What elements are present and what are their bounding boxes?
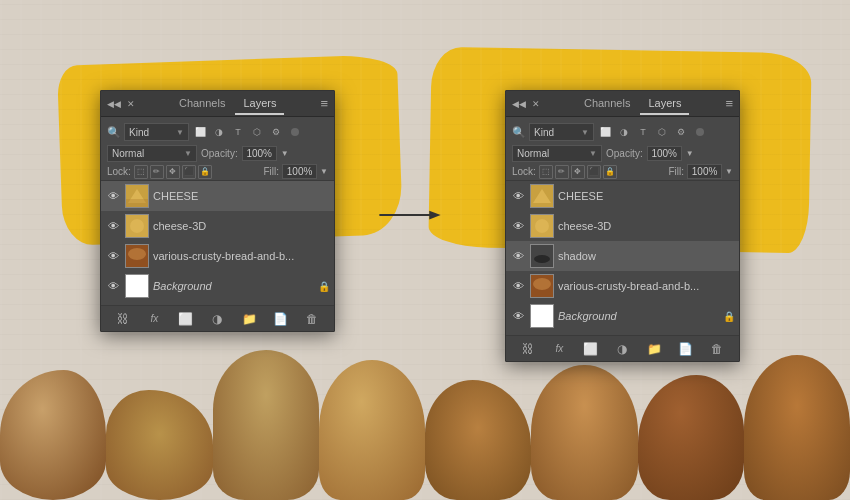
left-lock-transparent-icon[interactable]: ⬚ [134,165,148,179]
right-filter-icons: ⬜ ◑ T ⬡ ⚙ [597,124,689,140]
bread-5 [425,380,531,500]
right-toolbar-new-layer-icon[interactable]: 📄 [676,339,696,359]
left-lock-pixels-icon[interactable]: ✏ [150,165,164,179]
right-layer-cheese[interactable]: 👁 CHEESE [506,181,739,211]
left-kind-chevron: ▼ [176,128,184,137]
right-tab-channels[interactable]: Channels [576,93,638,115]
left-fill-chevron: ▼ [320,167,328,176]
right-eye-cheese3d[interactable]: 👁 [510,218,526,234]
left-layer-cheese3d[interactable]: 👁 cheese-3D [101,211,334,241]
left-panel-header: ◀◀ ✕ Channels Layers ≡ [101,91,334,117]
right-eye-bread[interactable]: 👁 [510,278,526,294]
left-collapse-icon[interactable]: ◀◀ [107,99,121,109]
right-layer-bread[interactable]: 👁 various-crusty-bread-and-b... [506,271,739,301]
left-tab-channels[interactable]: Channels [171,93,233,115]
left-layer-bread-name: various-crusty-bread-and-b... [153,250,330,262]
right-blend-chevron: ▼ [589,149,597,158]
left-filter-adjustment-icon[interactable]: ◑ [211,124,227,140]
right-thumb-shadow [530,244,554,268]
left-filter-shape-icon[interactable]: ⬡ [249,124,265,140]
right-toolbar-adjustment-icon[interactable]: ◑ [612,339,632,359]
left-thumb-cheese3d [125,214,149,238]
right-layer-bread-name: various-crusty-bread-and-b... [558,280,735,292]
right-eye-cheese[interactable]: 👁 [510,188,526,204]
right-kind-dropdown[interactable]: Kind ▼ [529,123,594,141]
left-toolbar-adjustment-icon[interactable]: ◑ [207,309,227,329]
left-background-lock-icon: 🔒 [318,281,330,292]
right-thumb-cheese3d [530,214,554,238]
right-collapse-icon[interactable]: ◀◀ [512,99,526,109]
right-layer-background[interactable]: 👁 Background 🔒 [506,301,739,331]
right-toolbar-folder-icon[interactable]: 📁 [644,339,664,359]
left-layer-background[interactable]: 👁 Background 🔒 [101,271,334,301]
right-menu-icon[interactable]: ≡ [725,96,733,111]
bread-row [0,340,850,500]
right-filter-type-icon[interactable]: T [635,124,651,140]
right-toolbar-delete-icon[interactable]: 🗑 [707,339,727,359]
right-layer-cheese3d[interactable]: 👁 cheese-3D [506,211,739,241]
left-filter-smart-icon[interactable]: ⚙ [268,124,284,140]
right-lock-pixels-icon[interactable]: ✏ [555,165,569,179]
left-eye-cheese[interactable]: 👁 [105,188,121,204]
bread-7 [638,375,744,500]
right-thumb-background [530,304,554,328]
right-toolbar-fx-icon[interactable]: fx [549,339,569,359]
left-lock-artboard-icon[interactable]: ⬛ [182,165,196,179]
left-toolbar-new-layer-icon[interactable]: 📄 [271,309,291,329]
right-panel-body: 🔍 Kind ▼ ⬜ ◑ T ⬡ ⚙ Normal ▼ [506,117,739,335]
right-fill-value[interactable]: 100% [687,164,722,179]
left-eye-bread[interactable]: 👁 [105,248,121,264]
left-fill-section: Fill: 100% ▼ [264,164,328,179]
right-layer-shadow[interactable]: 👁 shadow [506,241,739,271]
right-layer-shadow-name: shadow [558,250,735,262]
right-filter-shape-icon[interactable]: ⬡ [654,124,670,140]
right-opacity-value[interactable]: 100% [647,146,682,161]
left-tab-layers[interactable]: Layers [235,93,284,115]
right-toolbar-mask-icon[interactable]: ⬜ [581,339,601,359]
right-eye-background[interactable]: 👁 [510,308,526,324]
left-thumb-bread [125,244,149,268]
right-filter-smart-icon[interactable]: ⚙ [673,124,689,140]
right-filter-adjustment-icon[interactable]: ◑ [616,124,632,140]
svg-point-12 [535,219,549,233]
right-lock-transparent-icon[interactable]: ⬚ [539,165,553,179]
right-background-lock-icon: 🔒 [723,311,735,322]
left-fill-value[interactable]: 100% [282,164,317,179]
left-toolbar-delete-icon[interactable]: 🗑 [302,309,322,329]
right-eye-shadow[interactable]: 👁 [510,248,526,264]
left-toolbar-fx-icon[interactable]: fx [144,309,164,329]
left-toolbar-folder-icon[interactable]: 📁 [239,309,259,329]
left-filter-image-icon[interactable]: ⬜ [192,124,208,140]
left-blend-dropdown[interactable]: Normal ▼ [107,145,197,162]
right-lock-icons: ⬚ ✏ ✥ ⬛ 🔒 [539,165,617,179]
right-thumb-cheese [530,184,554,208]
left-lock-position-icon[interactable]: ✥ [166,165,180,179]
right-lock-artboard-icon[interactable]: ⬛ [587,165,601,179]
left-opacity-value[interactable]: 100% [242,146,277,161]
left-menu-icon[interactable]: ≡ [320,96,328,111]
left-toolbar-mask-icon[interactable]: ⬜ [176,309,196,329]
left-collapse-icons: ◀◀ ✕ [107,99,135,109]
right-blend-dropdown[interactable]: Normal ▼ [512,145,602,162]
right-lock-position-icon[interactable]: ✥ [571,165,585,179]
left-eye-background[interactable]: 👁 [105,278,121,294]
right-close-icon[interactable]: ✕ [532,99,540,109]
right-tab-layers[interactable]: Layers [640,93,689,115]
left-layer-bread[interactable]: 👁 various-crusty-bread-and-b... [101,241,334,271]
right-toolbar-link-icon[interactable]: ⛓ [518,339,538,359]
left-eye-cheese3d[interactable]: 👁 [105,218,121,234]
left-thumb-cheese [125,184,149,208]
left-close-icon[interactable]: ✕ [127,99,135,109]
left-kind-dropdown[interactable]: Kind ▼ [124,123,189,141]
bread-3 [213,350,319,500]
right-filter-image-icon[interactable]: ⬜ [597,124,613,140]
left-layers-panel: ◀◀ ✕ Channels Layers ≡ 🔍 Kind ▼ [100,90,335,332]
panels-container: ◀◀ ✕ Channels Layers ≡ 🔍 Kind ▼ [100,90,740,362]
left-filter-icons: ⬜ ◑ T ⬡ ⚙ [192,124,284,140]
left-toolbar-link-icon[interactable]: ⛓ [113,309,133,329]
left-filter-type-icon[interactable]: T [230,124,246,140]
left-layer-cheese[interactable]: 👁 CHEESE [101,181,334,211]
right-fill-chevron: ▼ [725,167,733,176]
right-lock-all-icon[interactable]: 🔒 [603,165,617,179]
left-lock-all-icon[interactable]: 🔒 [198,165,212,179]
